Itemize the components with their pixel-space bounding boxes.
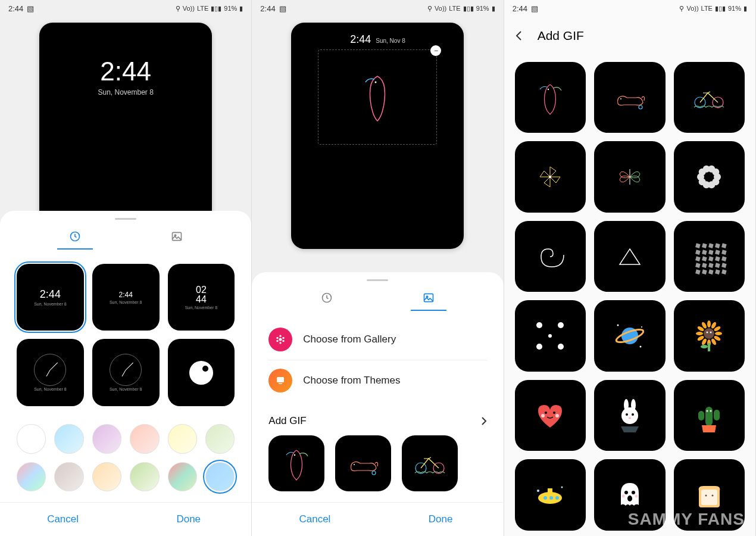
svg-point-23 bbox=[639, 105, 642, 109]
color-swatch-1[interactable] bbox=[54, 424, 83, 453]
add-gif-label: Add GIF bbox=[268, 415, 306, 427]
gif-cell-cat[interactable] bbox=[594, 62, 665, 133]
screen-image-style: 2:44▧ ⚲Vo))LTE▮▯▮91%▮ 2:44 Sun, Nov 8 − … bbox=[252, 0, 504, 536]
tab-clock[interactable] bbox=[57, 227, 93, 246]
clock-style-digital[interactable]: 0244Sun, November 8 bbox=[168, 264, 235, 331]
preview-date: Sun, Nov 8 bbox=[376, 38, 405, 44]
svg-point-115 bbox=[627, 496, 632, 501]
status-time: 2:44 bbox=[8, 4, 23, 13]
svg-point-13 bbox=[277, 337, 279, 339]
gif-thumbnails bbox=[268, 435, 486, 491]
gif-grid bbox=[504, 55, 755, 536]
tab-image[interactable] bbox=[159, 227, 195, 246]
done-button[interactable]: Done bbox=[126, 503, 251, 536]
svg-rect-52 bbox=[721, 256, 727, 261]
gif-thumb-bicycle[interactable] bbox=[402, 435, 458, 491]
color-swatch-4[interactable] bbox=[168, 424, 197, 453]
screenshot-icon: ▧ bbox=[279, 4, 286, 13]
cancel-button[interactable]: Cancel bbox=[0, 503, 126, 536]
svg-rect-49 bbox=[702, 256, 707, 261]
color-grid bbox=[0, 417, 251, 502]
tab-clock[interactable] bbox=[309, 288, 345, 307]
volte-icon: Vo)) bbox=[183, 5, 195, 12]
svg-rect-48 bbox=[695, 256, 701, 261]
svg-point-85 bbox=[704, 328, 714, 339]
gif-cell-butterfly[interactable] bbox=[594, 141, 665, 212]
color-swatch-8[interactable] bbox=[92, 462, 121, 491]
gif-cell-triangle[interactable] bbox=[594, 221, 665, 292]
clock-style-simple[interactable] bbox=[168, 339, 235, 406]
gif-cell-heart[interactable] bbox=[515, 380, 586, 451]
image-icon bbox=[171, 230, 183, 242]
svg-point-89 bbox=[701, 345, 708, 348]
choose-gallery-option[interactable]: Choose from Gallery bbox=[252, 319, 503, 360]
svg-point-67 bbox=[558, 344, 564, 350]
gif-cell-sunflower[interactable] bbox=[674, 300, 745, 371]
svg-rect-42 bbox=[721, 243, 727, 248]
svg-rect-43 bbox=[695, 250, 701, 255]
drag-handle[interactable] bbox=[367, 279, 388, 281]
svg-rect-57 bbox=[721, 263, 727, 268]
choose-themes-option[interactable]: Choose from Themes bbox=[252, 360, 503, 401]
color-swatch-9[interactable] bbox=[130, 462, 159, 491]
gif-cell-bunny[interactable] bbox=[594, 380, 665, 451]
gif-thumb-parrot[interactable] bbox=[268, 435, 324, 491]
gif-cell-dots[interactable] bbox=[515, 300, 586, 371]
svg-rect-88 bbox=[708, 343, 710, 351]
gif-cell-parrot[interactable] bbox=[515, 62, 586, 133]
remove-gif-button[interactable]: − bbox=[430, 45, 441, 56]
action-bar: Cancel Done bbox=[252, 502, 503, 536]
gif-placement-frame[interactable]: − bbox=[318, 49, 437, 145]
clock-style-analog-1[interactable]: Sun, November 8 bbox=[17, 339, 84, 406]
gif-cell-pinwheel[interactable] bbox=[515, 141, 586, 212]
bluetooth-icon: ⚲ bbox=[427, 5, 432, 13]
color-swatch-2[interactable] bbox=[92, 424, 121, 453]
clock-style-large[interactable]: 2:44Sun, November 8 bbox=[17, 264, 84, 331]
screenshot-icon: ▧ bbox=[531, 4, 538, 13]
gif-cell-submarine[interactable] bbox=[515, 459, 586, 530]
gif-cell-flower-ring[interactable] bbox=[674, 141, 745, 212]
color-swatch-3[interactable] bbox=[130, 424, 159, 453]
color-swatch-7[interactable] bbox=[54, 462, 83, 491]
color-swatch-10[interactable] bbox=[168, 462, 197, 491]
analog-face bbox=[34, 354, 66, 386]
back-button[interactable] bbox=[514, 30, 528, 41]
svg-point-64 bbox=[558, 322, 564, 328]
drag-handle[interactable] bbox=[115, 218, 136, 220]
svg-point-96 bbox=[621, 407, 638, 424]
themes-label: Choose from Themes bbox=[303, 375, 400, 387]
status-bar: 2:44▧ ⚲Vo))LTE▮▯▮91%▮ bbox=[252, 0, 503, 17]
color-swatch-6[interactable] bbox=[17, 462, 46, 491]
color-swatch-0[interactable] bbox=[17, 424, 46, 453]
gif-cell-spiral[interactable] bbox=[515, 221, 586, 292]
svg-point-97 bbox=[626, 413, 628, 416]
parrot-gif-preview bbox=[360, 70, 395, 124]
svg-rect-14 bbox=[277, 377, 284, 382]
gif-cell-planet[interactable] bbox=[594, 300, 665, 371]
cancel-button[interactable]: Cancel bbox=[252, 503, 377, 536]
clock-style-analog-2[interactable]: Sun, November 8 bbox=[92, 339, 160, 406]
done-button[interactable]: Done bbox=[378, 503, 504, 536]
gif-cell-cactus[interactable] bbox=[674, 380, 745, 451]
screen-add-gif: 2:44▧ ⚲Vo))LTE▮▯▮91%▮ Add GIF SAMMY FANS bbox=[504, 0, 756, 536]
svg-rect-39 bbox=[702, 243, 707, 248]
add-gif-row[interactable]: Add GIF bbox=[268, 412, 486, 435]
clock-style-small[interactable]: 2:44Sun, November 8 bbox=[92, 264, 160, 331]
gif-thumb-cat[interactable] bbox=[335, 435, 391, 491]
signal-icon: ▮▯▮ bbox=[211, 5, 221, 13]
clock-grid: 2:44Sun, November 8 2:44Sun, November 8 … bbox=[0, 253, 251, 417]
aod-preview: 2:44 Sun, Nov 8 − bbox=[252, 17, 503, 255]
battery-icon: ▮ bbox=[239, 5, 243, 13]
svg-point-110 bbox=[555, 496, 559, 500]
gif-cell-cubes[interactable] bbox=[674, 221, 745, 292]
color-swatch-11[interactable] bbox=[205, 462, 235, 491]
svg-point-120 bbox=[711, 494, 713, 496]
svg-point-18 bbox=[372, 471, 376, 475]
gif-cell-bicycle[interactable] bbox=[674, 62, 745, 133]
tab-image[interactable] bbox=[411, 288, 446, 307]
screen-clock-style: 2:44▧ ⚲ Vo)) LTE ▮▯▮ 91% ▮ 2:44 Sun, Nov… bbox=[0, 0, 252, 536]
svg-point-65 bbox=[548, 334, 552, 338]
bottom-sheet: 2:44Sun, November 8 2:44Sun, November 8 … bbox=[0, 211, 251, 536]
svg-rect-62 bbox=[721, 269, 727, 275]
color-swatch-5[interactable] bbox=[205, 424, 235, 453]
